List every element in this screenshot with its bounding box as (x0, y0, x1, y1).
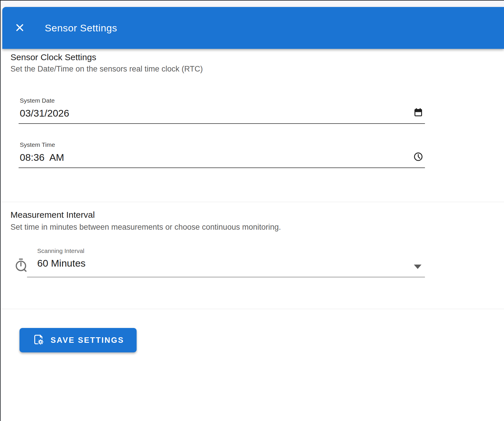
system-time-label: System Time (20, 141, 425, 148)
window-left-edge (0, 0, 1, 421)
system-time-value: 08:36 AM (20, 151, 425, 163)
scanning-interval-value: 60 Minutes (37, 257, 425, 269)
window-top-strip (0, 0, 504, 7)
save-settings-icon (32, 333, 45, 347)
timer-icon (14, 258, 28, 272)
close-icon (15, 23, 25, 33)
system-date-input[interactable]: System Date 03/31/2026 (19, 97, 425, 124)
scanning-interval-select[interactable]: Scanning Interval 60 Minutes (27, 247, 425, 277)
system-date-value: 03/31/2026 (20, 107, 425, 119)
calendar-icon[interactable] (413, 108, 423, 117)
section-divider (0, 309, 504, 309)
dialog-title: Sensor Settings (45, 22, 117, 34)
scanning-interval-row: Scanning Interval 60 Minutes (14, 247, 425, 278)
clock-section-subtitle: Set the Date/Time on the sensors real ti… (10, 65, 203, 74)
dropdown-arrow-icon (414, 265, 421, 269)
system-date-label: System Date (20, 97, 425, 104)
close-button[interactable] (14, 22, 26, 34)
interval-section-subtitle: Set time in minutes between measurements… (10, 223, 281, 232)
dialog-header: Sensor Settings (2, 7, 504, 49)
interval-section-title: Measurement Interval (10, 210, 95, 220)
clock-section-title: Sensor Clock Settings (10, 52, 96, 62)
scanning-interval-label: Scanning Interval (37, 247, 425, 255)
system-time-input[interactable]: System Time 08:36 AM (19, 141, 425, 168)
section-divider (0, 202, 504, 202)
save-settings-button[interactable]: SAVE SETTINGS (19, 328, 137, 352)
save-settings-label: SAVE SETTINGS (51, 336, 124, 345)
clock-icon[interactable] (413, 152, 423, 162)
